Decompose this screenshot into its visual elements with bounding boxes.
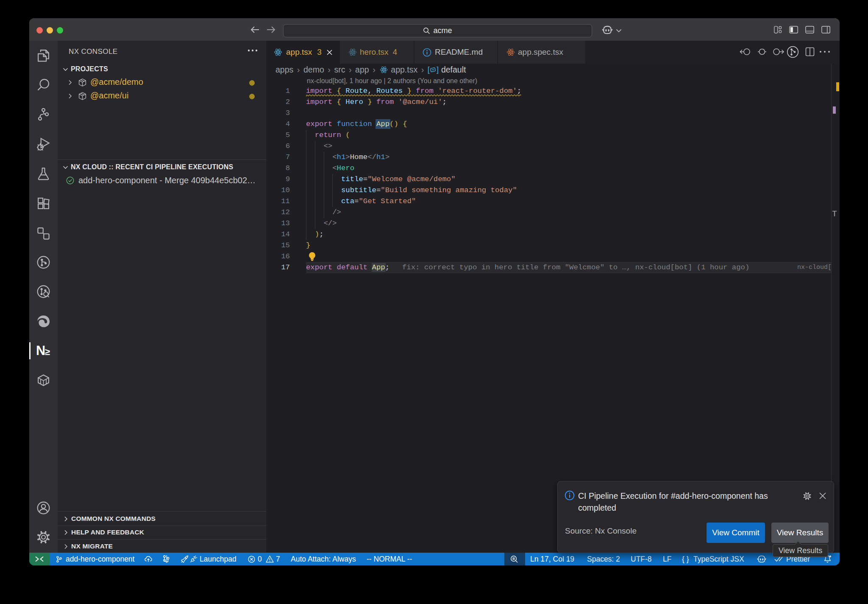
svg-text:N: N — [36, 343, 45, 358]
svg-text:≥: ≥ — [45, 347, 50, 357]
